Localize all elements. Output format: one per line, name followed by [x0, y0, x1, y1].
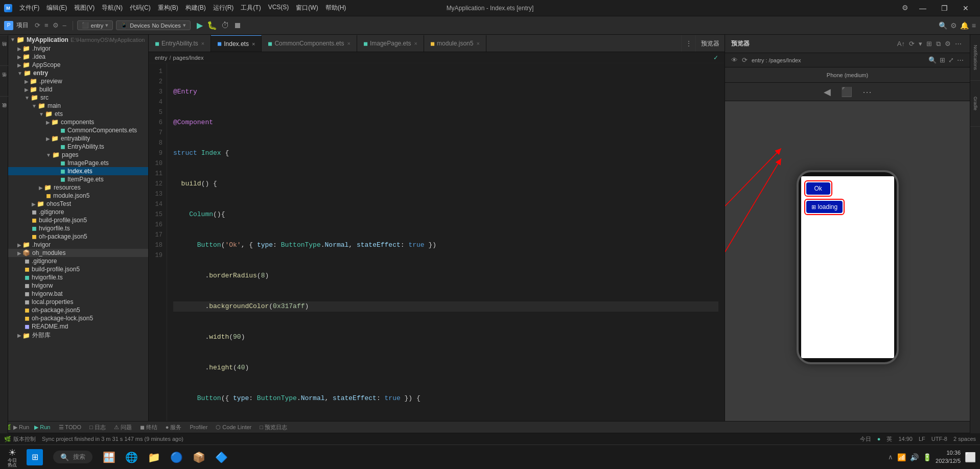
list-item[interactable]: ◼ oh-package.json5	[8, 306, 148, 314]
run-button-bottom[interactable]: ▶ Run	[31, 424, 53, 431]
list-item[interactable]: ◼ .gitignore	[8, 208, 148, 216]
tab-entryability[interactable]: ◼ EntryAbility.ts ×	[149, 35, 211, 52]
preview-more2-icon[interactable]: ⋯	[957, 56, 964, 64]
terminal-button[interactable]: ◼ 终结	[137, 424, 160, 431]
taskbar-icon-folder[interactable]: 📁	[144, 447, 164, 467]
list-item[interactable]: ▶ 📁 resources	[8, 183, 148, 192]
profile-button[interactable]: ⏱	[221, 21, 229, 30]
list-item[interactable]: ◼ .gitignore	[8, 257, 148, 265]
list-item[interactable]: ◼ oh-package-lock.json5	[8, 314, 148, 322]
bookmarks-tab[interactable]: 书签	[0, 65, 8, 96]
taskbar-icon-browser[interactable]: 🌐	[121, 447, 142, 467]
menu-window[interactable]: 窗口(W)	[293, 3, 321, 13]
today-widget[interactable]: ☀ 今日 热点	[4, 447, 20, 467]
tab-index[interactable]: ◼ Index.ets ×	[211, 35, 262, 52]
battery-icon[interactable]: 🔋	[923, 453, 931, 461]
menu-refactor[interactable]: 重构(B)	[155, 3, 181, 13]
notification-panel-icon[interactable]: ⬜	[965, 452, 976, 463]
toolbar-action2[interactable]: ≡	[44, 21, 49, 29]
close-tab-icon[interactable]: ×	[476, 40, 479, 46]
settings-gear-icon[interactable]: ⚙	[950, 21, 957, 30]
restore-button[interactable]: ❐	[934, 1, 954, 15]
split-icon[interactable]: ⧉	[936, 40, 941, 48]
list-item[interactable]: ▶ 📁 components	[8, 118, 148, 126]
list-item[interactable]: ◼ module.json5	[8, 192, 148, 200]
list-item[interactable]: ◼ hvigorfile.ts	[8, 224, 148, 232]
list-item[interactable]: ▼ 📁 main	[8, 102, 148, 110]
menu-help[interactable]: 帮助(H)	[322, 3, 349, 13]
menu-edit[interactable]: 编辑(E)	[43, 3, 70, 13]
code-editor[interactable]: 1 2 3 4 5 6 7 8 9 10 11 12 13 14 15 16 1	[149, 63, 725, 421]
notification-icon[interactable]: 🔔	[960, 21, 969, 30]
toolbar-action3[interactable]: ⚙	[53, 21, 59, 29]
list-item[interactable]: ◼ hvigorw.bat	[8, 290, 148, 298]
bc-pages[interactable]: pages/Index	[173, 55, 204, 61]
log-button[interactable]: □ 日志	[86, 424, 109, 431]
problem-button[interactable]: ⚠ 问题	[111, 424, 135, 431]
profiler-button[interactable]: Profiler	[186, 424, 211, 430]
settings-icon[interactable]: ⚙	[898, 1, 912, 14]
entry-selector[interactable]: ⬛ entry ▾	[77, 20, 113, 30]
preview-log-button[interactable]: □ 预览日志	[256, 424, 290, 431]
grid-icon[interactable]: ⊞	[926, 40, 932, 48]
bc-entry[interactable]: entry	[155, 55, 167, 61]
favorites-tab[interactable]: 收藏	[0, 96, 8, 127]
list-item[interactable]: ▼ 📁 ets	[8, 110, 148, 118]
list-item[interactable]: ▶ 📁 entryability	[8, 134, 148, 143]
code-content[interactable]: @Entry @Component struct Index { build()…	[167, 63, 725, 421]
preview-toggle-button[interactable]: 预览器	[695, 35, 725, 52]
list-item[interactable]: ▶ 📁 .idea	[8, 53, 148, 61]
tab-more-button[interactable]: ⋮	[681, 35, 695, 52]
layout-icon[interactable]: ⊞	[940, 56, 945, 64]
code-linter-button[interactable]: ⬡ Code Linter	[213, 424, 254, 431]
back-button[interactable]: ◀	[824, 86, 831, 98]
list-item[interactable]: ◼ hvigorfile.ts	[8, 273, 148, 282]
list-item[interactable]: ◼ build-profile.json5	[8, 216, 148, 224]
ok-button[interactable]: Ok	[806, 182, 830, 195]
menu-tools[interactable]: 工具(T)	[238, 3, 264, 13]
run-button[interactable]: ▶	[197, 20, 203, 30]
devices-selector[interactable]: 📱 Devices No Devices ▾	[116, 20, 190, 30]
list-item[interactable]: ◼ local.properties	[8, 298, 148, 306]
menu-view[interactable]: 视图(V)	[71, 3, 98, 13]
preview-more-icon[interactable]: ⋯	[955, 40, 962, 48]
menu-nav[interactable]: 导航(N)	[99, 3, 126, 13]
debug-button[interactable]: 🐛	[207, 20, 217, 30]
close-tab-icon[interactable]: ×	[347, 40, 350, 46]
close-tab-icon[interactable]: ×	[252, 41, 255, 47]
menu-file[interactable]: 文件(F)	[16, 3, 42, 13]
close-tab-icon[interactable]: ×	[414, 40, 417, 46]
version-label[interactable]: 版本控制	[13, 435, 36, 443]
tab-imagepage[interactable]: ◼ ImagePage.ets ×	[357, 35, 424, 52]
network-icon[interactable]: 📶	[897, 453, 906, 461]
list-item[interactable]: ◼ build-profile.json5	[8, 265, 148, 273]
close-button[interactable]: ✕	[955, 1, 976, 15]
structure-tab[interactable]: 结构	[0, 35, 8, 65]
list-item[interactable]: ◼ ImagePage.ets	[8, 159, 148, 167]
toolbar-action4[interactable]: –	[63, 21, 66, 29]
list-item[interactable]: ▶ 📁 ohosTest	[8, 200, 148, 208]
taskbar-icon-windows[interactable]: 🪟	[99, 447, 119, 467]
start-button[interactable]: ⊞	[27, 449, 43, 465]
panel-toggle-icon[interactable]: ≡	[972, 21, 976, 30]
list-item[interactable]: ▼ 📁 pages	[8, 151, 148, 159]
menu-build[interactable]: 构建(B)	[182, 3, 209, 13]
taskbar-icon-edge[interactable]: 🔵	[166, 447, 186, 467]
taskbar-icon-app1[interactable]: 📦	[189, 447, 209, 467]
list-item[interactable]: ◼ README.md	[8, 322, 148, 331]
menu-code[interactable]: 代码(C)	[127, 3, 154, 13]
list-item[interactable]: ▶ 📁 .hvigor	[8, 241, 148, 249]
refresh-icon[interactable]: ⟳	[742, 56, 748, 64]
loading-button[interactable]: ⊞ loading	[806, 201, 843, 213]
notifications-tab[interactable]: Notifications	[970, 35, 980, 81]
taskbar-icon-app2[interactable]: 🔷	[211, 447, 231, 467]
inspector-icon[interactable]: 🔍	[928, 56, 937, 64]
list-item[interactable]: ▶ 📁 AppScope	[8, 61, 148, 69]
stop-button[interactable]: ⏹	[234, 21, 242, 30]
list-item[interactable]: ◼ ItemPage.ets	[8, 175, 148, 183]
list-item[interactable]: ▼ 📁 src	[8, 93, 148, 102]
tray-icons[interactable]: ∧	[888, 453, 893, 461]
toolbar-action1[interactable]: ⟳	[35, 21, 40, 29]
list-item[interactable]: ◼ EntryAbility.ts	[8, 143, 148, 151]
list-item[interactable]: ▶ 📁 .preview	[8, 77, 148, 85]
